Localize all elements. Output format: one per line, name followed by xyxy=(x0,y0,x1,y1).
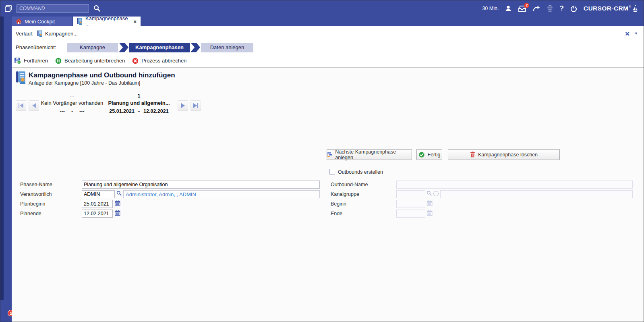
inbox-icon[interactable]: 2 xyxy=(518,5,526,12)
sailboat-icon xyxy=(632,5,638,12)
collapsed-sidebar-strip[interactable] xyxy=(4,17,12,322)
brand-text: CURSOR-CRM xyxy=(584,5,629,12)
step-chevron-icon xyxy=(191,43,200,52)
home-icon xyxy=(16,19,22,24)
previous-phase-index: --- xyxy=(70,91,75,99)
continue-button[interactable]: Fortfahren xyxy=(14,57,48,64)
process-toolbar: Fortfahren Bearbeitung unterbrechen Proz… xyxy=(12,54,644,68)
top-bar: 30 Min. 2 xyxy=(0,0,644,17)
current-phase-dates: 25.01.2021 - 12.02.2021 xyxy=(109,107,168,115)
create-outbounds-checkbox[interactable] xyxy=(329,169,335,175)
phase-hierarchy-icon xyxy=(327,152,332,158)
channel-group-label: Kanalgruppe xyxy=(331,191,359,197)
search-icon[interactable] xyxy=(93,5,101,12)
trash-icon xyxy=(470,152,475,158)
delete-phase-label: Kampagnenphase löschen xyxy=(478,152,538,158)
phase-name-input[interactable] xyxy=(82,181,320,189)
tab-bar: Mein Cockpit Kampagnenphase ... × xyxy=(0,17,644,26)
cancel-icon xyxy=(132,58,139,64)
phase-name-label: Phasen-Name xyxy=(20,182,52,187)
phase-overview-label: Phasenübersicht: xyxy=(16,44,67,50)
plan-start-calendar-icon[interactable] xyxy=(115,200,120,206)
tab-mein-cockpit[interactable]: Mein Cockpit xyxy=(12,17,72,26)
previous-phase-summary: --- Kein Vorgänger vorhanden --- - --- xyxy=(41,91,103,115)
abort-process-label: Prozess abbrechen xyxy=(141,58,186,64)
page-title: Kampagnenphase und Outbound hinzufügen xyxy=(29,71,175,79)
pause-editing-label: Bearbeitung unterbrechen xyxy=(64,58,125,64)
content-area: Verlauf: Kampagnen... × ▼ Phasenübersich… xyxy=(12,26,644,322)
power-icon[interactable] xyxy=(570,5,578,12)
channel-group-input xyxy=(396,190,425,198)
done-label: Fertig xyxy=(428,152,441,158)
create-next-phase-label: Nächste Kampagnenphase anlegen xyxy=(335,149,412,160)
plan-start-input[interactable] xyxy=(82,200,113,208)
window-stack-icon[interactable] xyxy=(4,4,13,13)
date-separator: - xyxy=(138,108,140,114)
date-to: 12.02.2021 xyxy=(143,108,169,114)
globe-icon[interactable] xyxy=(547,5,553,12)
session-timer: 30 Min. xyxy=(482,6,499,11)
inbox-badge: 2 xyxy=(524,3,529,8)
channel-group-search-icon xyxy=(427,191,432,196)
date-from: --- xyxy=(60,108,65,114)
responsible-display-link[interactable]: Administrator, Admin, , ADMIN xyxy=(123,190,320,198)
step-kampagne[interactable]: Kampagne xyxy=(67,43,118,52)
plan-end-calendar-icon[interactable] xyxy=(115,210,120,216)
help-icon[interactable]: ? xyxy=(559,4,563,12)
brand-registered-mark: ® xyxy=(629,5,631,8)
channel-group-clear-circle-icon xyxy=(433,191,439,196)
current-phase-summary: 1 Planung und allgemein... 25.01.2021 - … xyxy=(103,91,175,115)
create-next-phase-button[interactable]: Nächste Kampagnenphase anlegen xyxy=(327,149,412,160)
user-icon[interactable] xyxy=(505,5,512,12)
responsible-input[interactable] xyxy=(82,190,115,198)
pause-editing-button[interactable]: Bearbeitung unterbrechen xyxy=(55,58,125,64)
outbound-name-label: Outbound-Name xyxy=(331,182,368,187)
command-input[interactable] xyxy=(17,4,89,13)
window-edge-strip xyxy=(0,17,4,322)
panel-caret-down-icon[interactable]: ▼ xyxy=(634,31,638,35)
create-outbounds-label: Outbounds erstellen xyxy=(338,169,383,175)
outbound-start-calendar-icon xyxy=(427,200,433,206)
step-kampagnenphasen[interactable]: Kampagnenphasen xyxy=(129,43,190,52)
plan-start-label: Planbeginn xyxy=(20,201,46,207)
step-daten-anlegen[interactable]: Daten anlegen xyxy=(201,43,253,52)
pause-icon xyxy=(55,58,62,64)
previous-record-button[interactable] xyxy=(29,100,39,111)
current-phase-title: Planung und allgemein... xyxy=(108,99,170,107)
save-continue-icon xyxy=(14,57,21,64)
outbound-end-calendar-icon xyxy=(427,210,433,216)
phase-overview-row: Phasenübersicht: Kampagne Kampagnenphase… xyxy=(12,41,644,54)
outbound-start-input xyxy=(396,200,425,208)
campaign-phase-icon xyxy=(37,30,43,37)
history-row: Verlauf: Kampagnen... × ▼ xyxy=(12,26,644,41)
history-entry-link[interactable]: Kampagnen... xyxy=(45,31,78,37)
outbound-end-label: Ende xyxy=(331,211,342,216)
responsible-label: Verantwortlich xyxy=(20,191,52,197)
first-record-button[interactable] xyxy=(16,100,26,111)
delete-phase-button[interactable]: Kampagnenphase löschen xyxy=(448,149,560,160)
campaign-phase-icon xyxy=(77,18,83,25)
check-icon xyxy=(418,152,425,158)
page-subtitle: Anlage der Kampagne [100 Jahre - Das Jub… xyxy=(29,80,140,86)
date-from: 25.01.2021 xyxy=(109,108,135,114)
done-button[interactable]: Fertig xyxy=(416,149,442,160)
plan-end-label: Planende xyxy=(20,211,41,216)
brand-logo: CURSOR-CRM® xyxy=(584,5,638,12)
app-window: 30 Min. 2 xyxy=(0,0,644,322)
next-record-button[interactable] xyxy=(178,100,188,111)
step-chevron-icon xyxy=(119,43,128,52)
outbound-start-label: Beginn xyxy=(331,201,346,207)
redo-arrow-icon[interactable] xyxy=(532,5,540,12)
outbound-name-input xyxy=(396,181,633,189)
plan-end-input[interactable] xyxy=(82,210,113,218)
history-label: Verlauf: xyxy=(16,31,33,37)
tab-kampagnenphase[interactable]: Kampagnenphase ... × xyxy=(73,17,141,26)
panel-close-icon[interactable]: × xyxy=(625,30,630,37)
current-phase-index: 1 xyxy=(138,91,141,99)
last-record-button[interactable] xyxy=(191,100,201,111)
responsible-search-icon[interactable] xyxy=(116,191,122,196)
abort-process-button[interactable]: Prozess abbrechen xyxy=(132,58,186,64)
channel-group-display-input xyxy=(440,190,633,198)
tab-close-icon[interactable]: × xyxy=(133,19,137,24)
previous-phase-dates: --- - --- xyxy=(60,107,84,115)
